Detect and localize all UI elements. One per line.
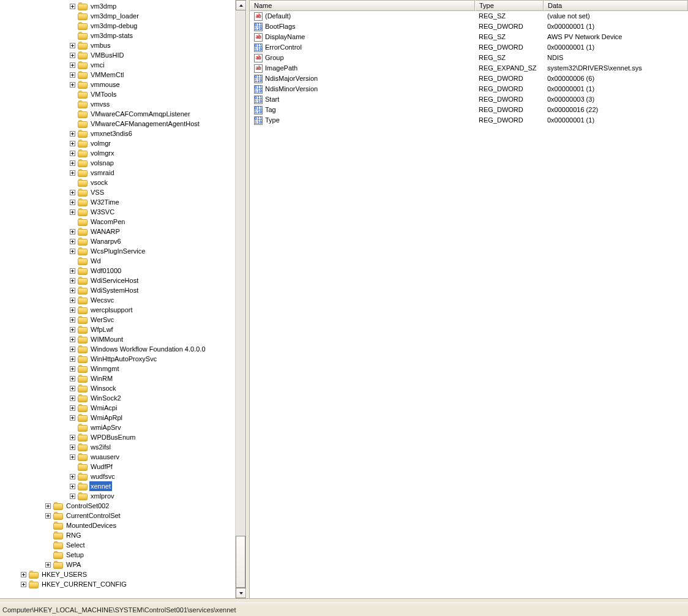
- value-name-cell[interactable]: 011 110NdisMinorVersion: [250, 84, 475, 94]
- tree-node[interactable]: ControlSet002: [0, 501, 235, 511]
- tree-node[interactable]: vsock: [0, 178, 235, 187]
- expand-icon[interactable]: [45, 503, 51, 509]
- expand-icon[interactable]: [70, 82, 75, 88]
- expand-icon[interactable]: [21, 572, 26, 577]
- value-row[interactable]: 011 110ErrorControlREG_DWORD0x00000001 (…: [250, 42, 688, 53]
- tree-node[interactable]: RNG: [0, 530, 235, 540]
- tree-node-label[interactable]: WPA: [65, 560, 82, 569]
- tree-node[interactable]: xennet: [0, 481, 235, 491]
- value-row[interactable]: abGroupREG_SZNDIS: [250, 53, 688, 63]
- expand-icon[interactable]: [70, 131, 75, 137]
- scroll-thumb[interactable]: [236, 536, 245, 588]
- tree-node[interactable]: vmvss: [0, 99, 235, 109]
- expand-icon[interactable]: [70, 278, 75, 284]
- tree-node[interactable]: Wecsvc: [0, 295, 235, 305]
- value-name-cell[interactable]: 011 110Start: [250, 94, 475, 105]
- tree-node-label[interactable]: volsnap: [89, 158, 115, 168]
- expand-icon[interactable]: [70, 435, 75, 440]
- tree-node[interactable]: vmbus: [0, 40, 235, 50]
- tree-node-label[interactable]: Wd: [89, 256, 102, 266]
- expand-icon[interactable]: [70, 43, 75, 48]
- expand-icon[interactable]: [70, 229, 75, 235]
- tree-node-label[interactable]: W32Time: [89, 197, 121, 207]
- tree-node-label[interactable]: WcsPlugInService: [89, 246, 146, 256]
- tree-node[interactable]: WmiApRpl: [0, 413, 235, 423]
- expand-icon[interactable]: [70, 151, 75, 156]
- tree-node-label[interactable]: vm3dmp: [89, 1, 118, 11]
- tree-node-label[interactable]: Wdf01000: [89, 266, 122, 276]
- expand-icon[interactable]: [70, 494, 75, 499]
- tree-node[interactable]: WcsPlugInService: [0, 246, 235, 256]
- expand-icon[interactable]: [70, 268, 75, 274]
- expand-icon[interactable]: [45, 562, 51, 568]
- tree-node[interactable]: vmmouse: [0, 80, 235, 89]
- tree-node[interactable]: vsmraid: [0, 168, 235, 178]
- tree-node-label[interactable]: WANARP: [89, 227, 121, 236]
- tree-node[interactable]: xmlprov: [0, 491, 235, 501]
- tree-node[interactable]: Wanarpv6: [0, 236, 235, 246]
- tree-node[interactable]: VMwareCAFCommAmqpListener: [0, 109, 235, 119]
- values-list[interactable]: ab(Default)REG_SZ(value not set)011 110B…: [250, 11, 688, 598]
- tree-node[interactable]: Wd: [0, 256, 235, 266]
- tree-node-label[interactable]: vmci: [89, 60, 106, 70]
- scroll-up-button[interactable]: [236, 0, 246, 10]
- expand-icon[interactable]: [70, 200, 75, 205]
- tree-node-label[interactable]: vm3dmp_loader: [89, 11, 140, 21]
- value-name-cell[interactable]: abGroup: [250, 53, 475, 63]
- tree-node-label[interactable]: VMwareCAFCommAmqpListener: [89, 109, 192, 119]
- value-row[interactable]: ab(Default)REG_SZ(value not set): [250, 11, 688, 21]
- expand-icon[interactable]: [70, 347, 75, 352]
- expand-icon[interactable]: [70, 307, 75, 313]
- tree-node[interactable]: WacomPen: [0, 217, 235, 227]
- tree-node-label[interactable]: HKEY_CURRENT_CONFIG: [40, 579, 128, 589]
- tree-node[interactable]: CurrentControlSet: [0, 511, 235, 520]
- expand-icon[interactable]: [70, 337, 75, 342]
- expand-icon[interactable]: [70, 356, 75, 362]
- tree-node[interactable]: WmiAcpi: [0, 403, 235, 413]
- tree-node[interactable]: WinSock2: [0, 393, 235, 403]
- tree-node[interactable]: WudfPf: [0, 462, 235, 471]
- tree-scroll[interactable]: vm3dmpvm3dmp_loadervm3dmp-debugvm3dmp-st…: [0, 0, 235, 598]
- tree-node-label[interactable]: VMTools: [89, 89, 118, 99]
- expand-icon[interactable]: [70, 62, 75, 68]
- tree-node-label[interactable]: WdiServiceHost: [89, 276, 140, 285]
- expand-icon[interactable]: [70, 170, 75, 176]
- tree-node[interactable]: volsnap: [0, 158, 235, 168]
- value-name-cell[interactable]: abDisplayName: [250, 32, 475, 42]
- tree-node[interactable]: WdiServiceHost: [0, 276, 235, 285]
- tree-node-label[interactable]: vm3dmp-debug: [89, 21, 138, 31]
- tree-node-label[interactable]: WmiApRpl: [89, 413, 124, 423]
- expand-icon[interactable]: [70, 327, 75, 332]
- tree-node-label[interactable]: volmgrx: [89, 148, 116, 158]
- tree-node[interactable]: W32Time: [0, 197, 235, 207]
- tree-node[interactable]: volmgr: [0, 138, 235, 148]
- tree-node-label[interactable]: VSS: [89, 187, 105, 197]
- tree-node[interactable]: VMwareCAFManagementAgentHost: [0, 119, 235, 129]
- tree-node[interactable]: wercplsupport: [0, 305, 235, 315]
- tree-node-label[interactable]: volmgr: [89, 138, 112, 148]
- tree-node[interactable]: vmxnet3ndis6: [0, 129, 235, 138]
- tree-node[interactable]: WPA: [0, 560, 235, 569]
- tree-node-label[interactable]: vmmouse: [89, 80, 121, 89]
- expand-icon[interactable]: [70, 366, 75, 372]
- tree-node[interactable]: vm3dmp-stats: [0, 31, 235, 40]
- tree-node-label[interactable]: WPDBusEnum: [89, 432, 136, 442]
- tree-node[interactable]: ws2ifsl: [0, 442, 235, 452]
- tree-node[interactable]: WANARP: [0, 227, 235, 236]
- expand-icon[interactable]: [45, 513, 51, 519]
- value-name-cell[interactable]: 011 110Tag: [250, 105, 475, 115]
- expand-icon[interactable]: [70, 239, 75, 244]
- tree-node-label[interactable]: WfpLwf: [89, 325, 114, 334]
- tree-node-label[interactable]: VMwareCAFManagementAgentHost: [89, 119, 201, 129]
- tree-node[interactable]: wmiApSrv: [0, 423, 235, 432]
- expand-icon[interactable]: [70, 209, 75, 215]
- tree-node-label[interactable]: VMMemCtl: [89, 70, 125, 80]
- value-row[interactable]: 011 110BootFlagsREG_DWORD0x00000001 (1): [250, 21, 688, 32]
- tree-node-label[interactable]: Wanarpv6: [89, 236, 122, 246]
- tree-node-label[interactable]: WinRM: [89, 374, 114, 383]
- tree-node[interactable]: volmgrx: [0, 148, 235, 158]
- expand-icon[interactable]: [70, 249, 75, 254]
- tree-node-label[interactable]: WacomPen: [89, 217, 126, 227]
- tree-node[interactable]: vm3dmp_loader: [0, 11, 235, 21]
- tree-node-label[interactable]: Wecsvc: [89, 295, 115, 305]
